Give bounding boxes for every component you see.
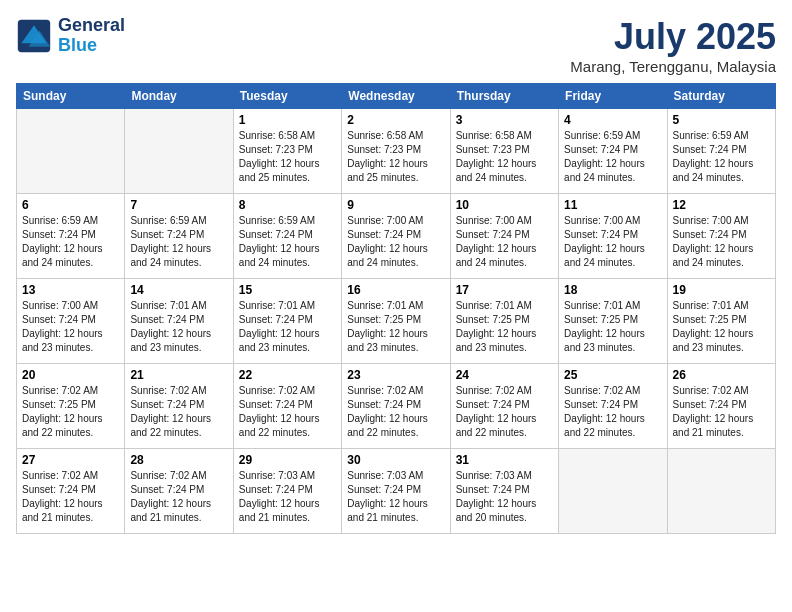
day-number: 1 [239, 113, 336, 127]
day-info: Sunrise: 7:00 AMSunset: 7:24 PMDaylight:… [673, 214, 770, 270]
day-number: 8 [239, 198, 336, 212]
day-info: Sunrise: 7:01 AMSunset: 7:25 PMDaylight:… [347, 299, 444, 355]
day-info: Sunrise: 7:02 AMSunset: 7:25 PMDaylight:… [22, 384, 119, 440]
day-info: Sunrise: 7:02 AMSunset: 7:24 PMDaylight:… [130, 384, 227, 440]
day-number: 23 [347, 368, 444, 382]
calendar-cell: 26Sunrise: 7:02 AMSunset: 7:24 PMDayligh… [667, 364, 775, 449]
weekday-header-sunday: Sunday [17, 84, 125, 109]
month-title: July 2025 [570, 16, 776, 58]
day-info: Sunrise: 7:00 AMSunset: 7:24 PMDaylight:… [347, 214, 444, 270]
calendar: SundayMondayTuesdayWednesdayThursdayFrid… [16, 83, 776, 534]
week-row-3: 13Sunrise: 7:00 AMSunset: 7:24 PMDayligh… [17, 279, 776, 364]
weekday-header-monday: Monday [125, 84, 233, 109]
day-info: Sunrise: 6:59 AMSunset: 7:24 PMDaylight:… [564, 129, 661, 185]
day-number: 18 [564, 283, 661, 297]
calendar-cell: 16Sunrise: 7:01 AMSunset: 7:25 PMDayligh… [342, 279, 450, 364]
day-info: Sunrise: 6:59 AMSunset: 7:24 PMDaylight:… [130, 214, 227, 270]
calendar-cell [125, 109, 233, 194]
calendar-cell: 17Sunrise: 7:01 AMSunset: 7:25 PMDayligh… [450, 279, 558, 364]
day-number: 30 [347, 453, 444, 467]
calendar-cell: 12Sunrise: 7:00 AMSunset: 7:24 PMDayligh… [667, 194, 775, 279]
calendar-cell: 19Sunrise: 7:01 AMSunset: 7:25 PMDayligh… [667, 279, 775, 364]
header: General Blue July 2025 Marang, Terenggan… [16, 16, 776, 75]
day-info: Sunrise: 7:01 AMSunset: 7:25 PMDaylight:… [564, 299, 661, 355]
day-number: 11 [564, 198, 661, 212]
day-number: 31 [456, 453, 553, 467]
weekday-header-thursday: Thursday [450, 84, 558, 109]
day-number: 19 [673, 283, 770, 297]
calendar-cell: 18Sunrise: 7:01 AMSunset: 7:25 PMDayligh… [559, 279, 667, 364]
day-info: Sunrise: 6:59 AMSunset: 7:24 PMDaylight:… [673, 129, 770, 185]
day-info: Sunrise: 7:00 AMSunset: 7:24 PMDaylight:… [22, 299, 119, 355]
day-info: Sunrise: 7:02 AMSunset: 7:24 PMDaylight:… [564, 384, 661, 440]
day-number: 26 [673, 368, 770, 382]
day-number: 10 [456, 198, 553, 212]
day-info: Sunrise: 7:01 AMSunset: 7:24 PMDaylight:… [130, 299, 227, 355]
day-number: 24 [456, 368, 553, 382]
week-row-2: 6Sunrise: 6:59 AMSunset: 7:24 PMDaylight… [17, 194, 776, 279]
calendar-cell: 20Sunrise: 7:02 AMSunset: 7:25 PMDayligh… [17, 364, 125, 449]
calendar-cell [559, 449, 667, 534]
calendar-cell: 30Sunrise: 7:03 AMSunset: 7:24 PMDayligh… [342, 449, 450, 534]
day-info: Sunrise: 6:58 AMSunset: 7:23 PMDaylight:… [347, 129, 444, 185]
day-info: Sunrise: 7:03 AMSunset: 7:24 PMDaylight:… [347, 469, 444, 525]
calendar-cell: 2Sunrise: 6:58 AMSunset: 7:23 PMDaylight… [342, 109, 450, 194]
calendar-cell: 3Sunrise: 6:58 AMSunset: 7:23 PMDaylight… [450, 109, 558, 194]
calendar-cell: 31Sunrise: 7:03 AMSunset: 7:24 PMDayligh… [450, 449, 558, 534]
calendar-cell: 24Sunrise: 7:02 AMSunset: 7:24 PMDayligh… [450, 364, 558, 449]
day-info: Sunrise: 7:03 AMSunset: 7:24 PMDaylight:… [456, 469, 553, 525]
calendar-cell [17, 109, 125, 194]
day-number: 6 [22, 198, 119, 212]
day-info: Sunrise: 7:02 AMSunset: 7:24 PMDaylight:… [673, 384, 770, 440]
week-row-5: 27Sunrise: 7:02 AMSunset: 7:24 PMDayligh… [17, 449, 776, 534]
day-number: 12 [673, 198, 770, 212]
title-area: July 2025 Marang, Terengganu, Malaysia [570, 16, 776, 75]
day-info: Sunrise: 7:02 AMSunset: 7:24 PMDaylight:… [456, 384, 553, 440]
calendar-cell [667, 449, 775, 534]
weekday-header-friday: Friday [559, 84, 667, 109]
day-info: Sunrise: 7:03 AMSunset: 7:24 PMDaylight:… [239, 469, 336, 525]
day-number: 22 [239, 368, 336, 382]
calendar-cell: 29Sunrise: 7:03 AMSunset: 7:24 PMDayligh… [233, 449, 341, 534]
logo-icon [16, 18, 52, 54]
day-info: Sunrise: 6:58 AMSunset: 7:23 PMDaylight:… [456, 129, 553, 185]
day-number: 5 [673, 113, 770, 127]
logo: General Blue [16, 16, 125, 56]
calendar-cell: 22Sunrise: 7:02 AMSunset: 7:24 PMDayligh… [233, 364, 341, 449]
week-row-1: 1Sunrise: 6:58 AMSunset: 7:23 PMDaylight… [17, 109, 776, 194]
calendar-cell: 1Sunrise: 6:58 AMSunset: 7:23 PMDaylight… [233, 109, 341, 194]
day-info: Sunrise: 7:01 AMSunset: 7:24 PMDaylight:… [239, 299, 336, 355]
calendar-cell: 14Sunrise: 7:01 AMSunset: 7:24 PMDayligh… [125, 279, 233, 364]
logo-text: General Blue [58, 16, 125, 56]
day-info: Sunrise: 6:59 AMSunset: 7:24 PMDaylight:… [239, 214, 336, 270]
day-info: Sunrise: 7:02 AMSunset: 7:24 PMDaylight:… [347, 384, 444, 440]
day-info: Sunrise: 6:59 AMSunset: 7:24 PMDaylight:… [22, 214, 119, 270]
day-number: 4 [564, 113, 661, 127]
day-info: Sunrise: 7:02 AMSunset: 7:24 PMDaylight:… [130, 469, 227, 525]
day-number: 15 [239, 283, 336, 297]
calendar-cell: 13Sunrise: 7:00 AMSunset: 7:24 PMDayligh… [17, 279, 125, 364]
day-number: 20 [22, 368, 119, 382]
calendar-cell: 7Sunrise: 6:59 AMSunset: 7:24 PMDaylight… [125, 194, 233, 279]
calendar-cell: 6Sunrise: 6:59 AMSunset: 7:24 PMDaylight… [17, 194, 125, 279]
weekday-header-wednesday: Wednesday [342, 84, 450, 109]
calendar-cell: 21Sunrise: 7:02 AMSunset: 7:24 PMDayligh… [125, 364, 233, 449]
weekday-header-saturday: Saturday [667, 84, 775, 109]
calendar-cell: 28Sunrise: 7:02 AMSunset: 7:24 PMDayligh… [125, 449, 233, 534]
day-number: 28 [130, 453, 227, 467]
calendar-cell: 9Sunrise: 7:00 AMSunset: 7:24 PMDaylight… [342, 194, 450, 279]
day-number: 16 [347, 283, 444, 297]
calendar-cell: 23Sunrise: 7:02 AMSunset: 7:24 PMDayligh… [342, 364, 450, 449]
day-number: 17 [456, 283, 553, 297]
day-number: 7 [130, 198, 227, 212]
calendar-cell: 15Sunrise: 7:01 AMSunset: 7:24 PMDayligh… [233, 279, 341, 364]
calendar-cell: 25Sunrise: 7:02 AMSunset: 7:24 PMDayligh… [559, 364, 667, 449]
day-number: 13 [22, 283, 119, 297]
day-number: 14 [130, 283, 227, 297]
day-info: Sunrise: 6:58 AMSunset: 7:23 PMDaylight:… [239, 129, 336, 185]
day-info: Sunrise: 7:00 AMSunset: 7:24 PMDaylight:… [564, 214, 661, 270]
day-number: 25 [564, 368, 661, 382]
day-number: 27 [22, 453, 119, 467]
day-number: 29 [239, 453, 336, 467]
weekday-header-row: SundayMondayTuesdayWednesdayThursdayFrid… [17, 84, 776, 109]
